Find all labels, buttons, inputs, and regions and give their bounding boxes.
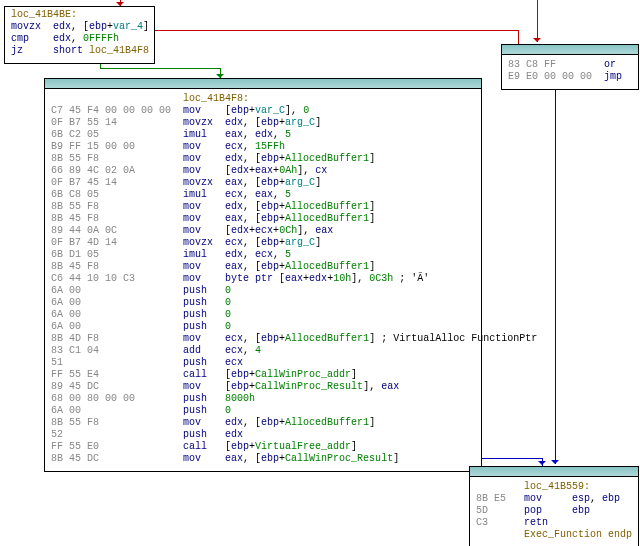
instruction-row[interactable]: 89 44 0A 0C mov [edx+ecx+0Ch], eax <box>51 225 475 237</box>
node-loc-41B559[interactable]: loc_41B559:8B E5 mov esp, ebp5D pop ebpC… <box>469 466 639 546</box>
node-titlebar <box>45 79 481 89</box>
instruction-row[interactable]: 5D pop ebp <box>476 505 632 517</box>
instruction-row[interactable]: 51 push ecx <box>51 357 475 369</box>
instruction-row[interactable]: cmp edx, 0FFFFh <box>11 33 148 45</box>
endp: Exec_Function endp <box>476 529 632 541</box>
instruction-row[interactable]: 0F B7 45 14 movzx eax, [ebp+arg_C] <box>51 177 475 189</box>
instruction-row[interactable]: 6A 00 push 0 <box>51 297 475 309</box>
instruction-row[interactable]: 6B C2 05 imul eax, edx, 5 <box>51 129 475 141</box>
instruction-row[interactable]: movzx edx, [ebp+var_4] <box>11 21 148 33</box>
instruction-row[interactable]: 8B 45 F8 mov eax, [ebp+AllocedBuffer1] <box>51 261 475 273</box>
instruction-row[interactable]: 8B 55 F8 mov edx, [ebp+AllocedBuffer1] <box>51 153 475 165</box>
instruction-row[interactable]: 8B 45 F8 mov eax, [ebp+AllocedBuffer1] <box>51 213 475 225</box>
instruction-row[interactable]: 8B 4D F8 mov ecx, [ebp+AllocedBuffer1] ;… <box>51 333 475 345</box>
instruction-row[interactable]: 83 C1 04 add ecx, 4 <box>51 345 475 357</box>
instruction-row[interactable]: B9 FF 15 00 00 mov ecx, 15FFh <box>51 141 475 153</box>
label: loc_41B4BE: <box>11 9 148 21</box>
node-titlebar <box>470 467 638 477</box>
instruction-row[interactable]: 66 89 4C 02 0A mov [edx+eax+0Ah], cx <box>51 165 475 177</box>
instruction-row[interactable]: 89 45 DC mov [ebp+CallWinProc_Result], e… <box>51 381 475 393</box>
instruction-row[interactable]: FF 55 E0 call [ebp+VirtualFree_addr] <box>51 441 475 453</box>
instruction-row[interactable]: C7 45 F4 00 00 00 00 mov [ebp+var_C], 0 <box>51 105 475 117</box>
instruction-row[interactable]: 52 push edx <box>51 429 475 441</box>
instruction-row[interactable]: 6A 00 push 0 <box>51 321 475 333</box>
instruction-row[interactable]: 8B 55 F8 mov edx, [ebp+AllocedBuffer1] <box>51 417 475 429</box>
instruction-row[interactable]: C3 retn <box>476 517 632 529</box>
instruction-row[interactable]: E9 E0 00 00 00 jmp <box>508 71 632 83</box>
instruction-row[interactable]: 8B 55 F8 mov edx, [ebp+AllocedBuffer1] <box>51 201 475 213</box>
label: loc_41B559: <box>476 481 632 493</box>
instruction-row[interactable]: 6A 00 push 0 <box>51 405 475 417</box>
instruction-row[interactable]: 6A 00 push 0 <box>51 309 475 321</box>
instruction-row[interactable]: 6A 00 push 0 <box>51 285 475 297</box>
instruction-row[interactable]: 8B 45 DC mov eax, [ebp+CallWinProc_Resul… <box>51 453 475 465</box>
label: loc_41B4F8: <box>51 93 475 105</box>
instruction-row[interactable]: 83 C8 FF or <box>508 59 632 71</box>
instruction-row[interactable]: FF 55 E4 call [ebp+CallWinProc_addr] <box>51 369 475 381</box>
instruction-row[interactable]: 6B C8 05 imul ecx, eax, 5 <box>51 189 475 201</box>
node-loc-41B4F8[interactable]: loc_41B4F8:C7 45 F4 00 00 00 00 mov [ebp… <box>44 78 482 472</box>
node-titlebar <box>502 45 638 55</box>
instruction-row[interactable]: jz short loc_41B4F8 <box>11 45 148 57</box>
instruction-row[interactable]: 6B D1 05 imul edx, ecx, 5 <box>51 249 475 261</box>
node-loc-41B4BE[interactable]: loc_41B4BE:movzx edx, [ebp+var_4]cmp edx… <box>4 6 155 64</box>
node-or-jmp[interactable]: 83 C8 FF orE9 E0 00 00 00 jmp <box>501 44 639 90</box>
instruction-row[interactable]: 68 00 80 00 00 push 8000h <box>51 393 475 405</box>
instruction-row[interactable]: 8B E5 mov esp, ebp <box>476 493 632 505</box>
instruction-row[interactable]: 0F B7 55 14 movzx edx, [ebp+arg_C] <box>51 117 475 129</box>
instruction-row[interactable]: 0F B7 4D 14 movzx ecx, [ebp+arg_C] <box>51 237 475 249</box>
instruction-row[interactable]: C6 44 10 10 C3 mov byte ptr [eax+edx+10h… <box>51 273 475 285</box>
